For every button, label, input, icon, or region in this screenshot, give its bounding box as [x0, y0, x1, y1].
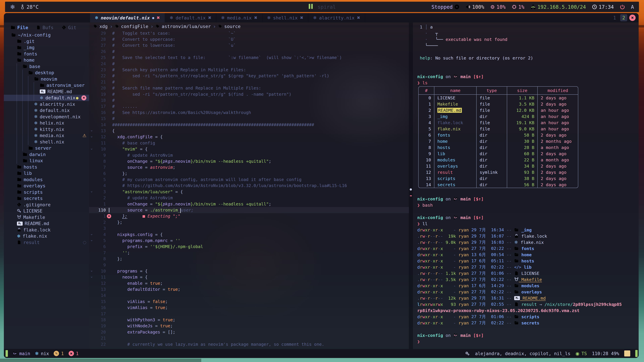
explorer-tab-git[interactable]: Git [62, 25, 88, 30]
tree-row[interactable]: linux [4, 158, 89, 164]
cpu-widget[interactable]: 1% [512, 4, 524, 10]
tree-row[interactable]: flake.lock [4, 227, 89, 233]
diagnostic-errors[interactable]: ✖ 1 [68, 351, 79, 356]
code-line[interactable]: ›10 programs = { [89, 268, 409, 274]
tree-row[interactable]: ❄default.nix [4, 107, 89, 114]
code-line[interactable]: 19# sed -ri "s/pattern_str/replace_str/g… [89, 91, 409, 97]
tree-row[interactable]: ❄kitty.nix [4, 126, 89, 133]
code-line[interactable]: 2 }; [89, 219, 409, 225]
buffer-tab[interactable]: ❄default.nix✖ [165, 13, 216, 22]
code-buffer[interactable]: 29# Toggle text's case: `~`28# Convert t… [89, 30, 409, 349]
tree-row[interactable]: hosts [4, 164, 89, 170]
tree-row[interactable]: LICENSE [4, 208, 89, 214]
code-line[interactable]: 24# [89, 61, 409, 67]
explorer-tab-bufs[interactable]: Bufs [36, 25, 62, 30]
media-status-widget[interactable]: Stopped [432, 4, 459, 10]
tree-row[interactable]: ❄alacritty.nix [4, 101, 89, 107]
breadcrumb-item[interactable]: source [224, 24, 241, 29]
breadcrumb-item[interactable]: configFile [121, 24, 148, 29]
fold-marker[interactable]: › [89, 190, 95, 194]
code-line[interactable]: ›3 "astronvim/lua/user" = { [89, 189, 409, 195]
code-line[interactable]: 6 }; [89, 170, 409, 176]
git-branch-widget[interactable]: main [12, 351, 30, 356]
code-line[interactable]: 27# Convert to lowercase: `u` [89, 42, 409, 48]
code-line[interactable]: 6 prefix = ''${HOME}/.npm-global [89, 244, 409, 250]
temperature-widget[interactable]: 28°C [20, 4, 38, 10]
code-line[interactable]: 19 withNodeJs = true; [89, 323, 409, 329]
code-line[interactable]: 9 # update AstroNvim [89, 152, 409, 158]
diagnostic-warnings[interactable]: ✎ 1 [54, 351, 64, 356]
code-line[interactable]: 22# sed -ri "s/pattern_str/replace_str/g… [89, 73, 409, 79]
code-line[interactable]: ›4 nixpkgs.config = { [89, 231, 409, 238]
gpu-widget[interactable]: ⚙ 10% [490, 4, 506, 10]
close-icon[interactable]: ✖ [208, 15, 211, 20]
code-line[interactable]: 18# [89, 97, 409, 103]
clock-widget[interactable]: 17:34 [592, 4, 614, 10]
tree-row[interactable]: ❄shell.nix [4, 139, 89, 145]
code-line[interactable]: 8 }; [89, 256, 409, 262]
tab-page-number[interactable]: 1 [611, 14, 618, 21]
code-line[interactable]: 22 # currently we use lazy.nvim as neovi… [89, 341, 409, 347]
code-line[interactable]: ›12 xdg.configFile = { [89, 134, 409, 140]
breadcrumb-item[interactable]: astronvim/lua/user [162, 24, 211, 29]
code-line[interactable]: 7 source = astronvim; [89, 164, 409, 170]
code-line[interactable]: 16# See https://astronvim.com/Basic%20Us… [89, 109, 409, 115]
code-line[interactable]: 110 source = ./astronvim_user; [89, 207, 409, 213]
fold-marker[interactable]: › [89, 239, 95, 243]
buffer-tab[interactable]: ❄neovim/default.nix●✖ [90, 13, 165, 22]
close-icon[interactable]: ✖ [156, 15, 160, 20]
tree-row[interactable]: neovim [4, 76, 89, 82]
tree-row[interactable]: lib [4, 170, 89, 176]
buffer-tab[interactable]: ❄alacritty.nix✖ [308, 13, 365, 22]
power-button[interactable] [620, 4, 625, 9]
code-line[interactable]: 29# Toggle text's case: `~` [89, 30, 409, 36]
tree-row[interactable]: Makefile [4, 214, 89, 221]
close-icon[interactable]: ✖ [254, 15, 257, 20]
fold-marker[interactable]: › [89, 135, 95, 139]
code-line[interactable]: 4 # https://github.com/AstroNvim/AstroNv… [89, 183, 409, 189]
close-icon[interactable]: ✖ [300, 15, 304, 20]
code-line[interactable]: ›13{ [89, 128, 409, 134]
tree-row[interactable]: server [4, 145, 89, 151]
tree-row[interactable]: scripts [4, 189, 89, 195]
code-line[interactable]: 3 [89, 225, 409, 231]
tree-row[interactable]: modules [4, 176, 89, 183]
tree-row[interactable]: M↓README.md [4, 220, 89, 227]
code-line[interactable]: ›11 neovim = { [89, 274, 409, 280]
code-line[interactable]: 14######################################… [89, 122, 409, 128]
tree-row[interactable]: ~/nix-config [4, 32, 89, 38]
code-line[interactable]: 25# Save the selected text to a file: `:… [89, 55, 409, 61]
code-line[interactable]: 2 # update AstroNvim [89, 195, 409, 201]
code-line[interactable]: 17 [89, 311, 409, 317]
code-line[interactable]: 26# [89, 48, 409, 54]
code-line[interactable]: 15# [89, 115, 409, 121]
close-icon[interactable]: ✖ [357, 15, 360, 20]
tree-row[interactable]: secrets [4, 195, 89, 202]
pause-icon[interactable] [308, 4, 313, 10]
code-line[interactable]: 21 [89, 335, 409, 341]
explorer-tab-file[interactable]: File [10, 25, 36, 30]
terminal-pane[interactable]: 1 │ a · ┬ · ╰── executable was not found… [413, 22, 639, 349]
tree-row[interactable]: ❄media.nix⚠ [4, 132, 89, 139]
tree-row[interactable]: astronvim_user [4, 82, 89, 88]
code-line[interactable]: 13 defaultEditor = true; [89, 286, 409, 292]
code-line[interactable]: 14 [89, 293, 409, 299]
tree-row[interactable]: base [4, 63, 89, 70]
code-line[interactable]: 11 # base config [89, 140, 409, 146]
tree-row[interactable]: fonts [4, 51, 89, 57]
fold-marker[interactable]: › [89, 275, 95, 279]
code-line[interactable]: 15 viAlias = false; [89, 299, 409, 305]
code-line[interactable]: 16 vimAlias = true; [89, 305, 409, 311]
fold-marker[interactable]: › [89, 232, 95, 237]
code-line[interactable]: 12 enable = true; [89, 280, 409, 286]
tree-row[interactable]: home [4, 57, 89, 63]
media-widget[interactable]: spiral [308, 4, 336, 10]
keyboard-layout-indicator[interactable]: A [631, 4, 634, 10]
fold-marker[interactable]: › [89, 269, 95, 273]
volume-widget[interactable]: 100% [466, 4, 484, 10]
tab-close-button[interactable]: ✖ [629, 14, 636, 21]
tree-row[interactable]: ❄default.nix●✖ [4, 95, 89, 101]
tree-row[interactable]: _img [4, 44, 89, 51]
buffer-tab[interactable]: ❄shell.nix✖ [262, 13, 308, 22]
code-line[interactable]: 20# Search file name pattern and Replace… [89, 85, 409, 91]
